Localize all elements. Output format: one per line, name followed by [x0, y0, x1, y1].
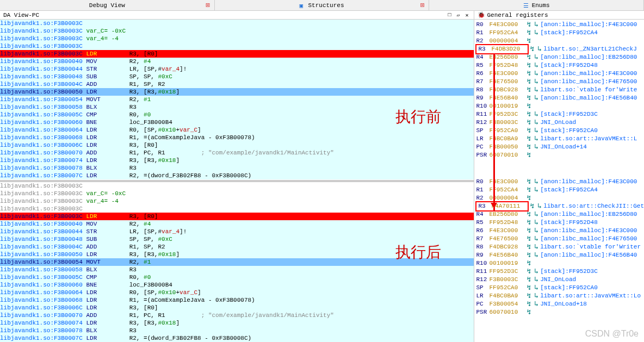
code-line[interactable]: libjavandk1.so:F3B0006C LDR R3, [R0] — [0, 304, 474, 312]
tab-debug-view[interactable]: Debug View ⊠ — [0, 0, 215, 10]
panel-title: DA View-PC — [3, 12, 39, 18]
code-line[interactable]: libjavandk1.so:F3B0003C var_4= -4 — [0, 35, 474, 42]
registers-after[interactable]: R0F4E3C000↯↳[anon:libc_malloc]:F4E3C000R… — [474, 177, 645, 318]
register-row[interactable]: R7F4E76500↯↳[anon:libc_malloc]:F4E76500 — [474, 78, 645, 86]
structures-icon: ▣ — [300, 2, 306, 9]
registers-header: 🐞 General registers — [474, 11, 645, 20]
code-line[interactable]: libjavandk1.so:F3B0003C var_C= -0xC — [0, 27, 474, 35]
code-line[interactable]: libjavandk1.so:F3B00040 MOV R2, #4 — [0, 58, 474, 65]
registers-title: General registers — [487, 12, 548, 18]
code-line[interactable]: libjavandk1.so:F3B00044 STR LR, [SP,#var… — [0, 65, 474, 73]
register-row[interactable]: R11FF952D3C↯↳[stack]:FF952D3C — [474, 110, 645, 119]
register-row[interactable]: R12F3B0003C↯↳JNI_OnLoad — [474, 119, 645, 127]
code-line[interactable]: libjavandk1.so:F3B00068 LDR R1, =(aComEx… — [0, 296, 474, 304]
register-row[interactable]: R9F4E56B40↯↳[anon:libc_malloc]:F4E56B40 — [474, 251, 645, 259]
code-line[interactable]: libjavandk1.so:F3B00070 ADD R1, PC, R1 ;… — [0, 149, 474, 157]
code-line[interactable]: libjavandk1.so:F3B00050 LDR R3, [R3,#0x1… — [0, 88, 474, 96]
register-row[interactable]: R1FF952CA4↯↳[stack]:FF952CA4 — [474, 186, 645, 194]
annotation-after: 执行后 — [395, 242, 441, 263]
register-row[interactable]: R1000100019↯ — [474, 102, 645, 110]
code-line[interactable]: libjavandk1.so:F3B00064 LDR R0, [SP,#0x1… — [0, 126, 474, 134]
code-line[interactable]: libjavandk1.so:F3B0003C LDR R3, [R0] — [0, 213, 474, 220]
tab-label: Enums — [532, 2, 550, 9]
register-row[interactable]: SPFF952CA0↯↳[stack]:FF952CA0 — [474, 127, 645, 135]
annotation-before: 执行前 — [395, 107, 441, 127]
close-icon[interactable]: ⊠ — [420, 1, 424, 9]
register-row[interactable]: R5FF952D48↯↳[stack]:FF952D48 — [474, 61, 645, 70]
code-view-before[interactable]: 执行前 libjavandk1.so:F3B0003Clibjavandk1.s… — [0, 20, 474, 180]
register-row[interactable]: R9F4E56B40↯↳[anon:libc_malloc]:F4E56B40 — [474, 94, 645, 102]
code-line[interactable]: libjavandk1.so:F3B0003C — [0, 205, 474, 213]
register-row[interactable]: R3F4DB3D20↯↳libart.so:_ZN3artL21CheckJ — [474, 45, 645, 53]
register-row[interactable]: R6F4E3C000↯↳[anon:libc_malloc]:F4E3C000 — [474, 227, 645, 235]
register-row[interactable]: LRF4BC0BA9↯↳libart.so:art::JavaVMExt::L — [474, 135, 645, 143]
tab-label: Structures — [308, 2, 344, 9]
panel-header: DA View-PC □ ▱ ✕ — [0, 11, 474, 20]
code-line[interactable]: libjavandk1.so:F3B00074 LDR R3, [R3,#0x1… — [0, 319, 474, 327]
tab-label: Debug View — [89, 2, 125, 9]
code-line[interactable]: libjavandk1.so:F3B00058 BLX R3 — [0, 266, 474, 273]
close-icon[interactable]: ⊠ — [206, 1, 209, 9]
code-line[interactable]: libjavandk1.so:F3B00070 ADD R1, PC, R1 ;… — [0, 312, 474, 319]
register-row[interactable]: R1000100019↯ — [474, 259, 645, 268]
register-row[interactable]: SPFF952CA0↯↳[stack]:FF952CA0 — [474, 284, 645, 292]
register-row[interactable]: R4EB256D80↯↳[anon:libc_malloc]:EB256D80 — [474, 53, 645, 61]
code-line[interactable]: libjavandk1.so:F3B0005C CMP R0, #0 — [0, 273, 474, 281]
code-line[interactable]: libjavandk1.so:F3B00074 LDR R3, [R3,#0x1… — [0, 157, 474, 164]
top-tabs: Debug View ⊠ ▣ Structures ⊠ ☰ Enums — [0, 0, 644, 11]
register-row[interactable]: R8F4DBC928↯↳libart.so:`vtable for'Writer — [474, 243, 645, 251]
register-row[interactable]: R12F3B0003C↯↳JNI_OnLoad — [474, 276, 645, 284]
register-row[interactable]: R1FF952CA4↯↳[stack]:FF952CA4 — [474, 29, 645, 37]
register-row[interactable]: R7F4E76500↯↳[anon:libc_malloc]:F4E76500 — [474, 235, 645, 243]
code-line[interactable]: libjavandk1.so:F3B0003C — [0, 42, 474, 50]
code-line[interactable]: libjavandk1.so:F3B0003C LDR R3, [R0] — [0, 50, 474, 58]
code-line[interactable]: libjavandk1.so:F3B00040 MOV R2, #4 — [0, 220, 474, 228]
restore-icon[interactable]: ▱ — [455, 12, 462, 18]
code-line[interactable]: libjavandk1.so:F3B00068 LDR R1, =(aComEx… — [0, 134, 474, 141]
register-row[interactable]: R0F4E3C000↯↳[anon:libc_malloc]:F4E3C000 — [474, 21, 645, 29]
arrow-annotation — [493, 54, 495, 211]
code-line[interactable]: libjavandk1.so:F3B00064 LDR R0, [SP,#0x1… — [0, 289, 474, 296]
minimize-icon[interactable]: □ — [447, 12, 453, 18]
register-row[interactable]: R5FF952D48↯↳[stack]:FF952D48 — [474, 219, 645, 227]
code-line[interactable]: libjavandk1.so:F3B0003C — [0, 20, 474, 27]
registers-panel: 🐞 General registers R0F4E3C000↯↳[anon:li… — [474, 11, 645, 342]
watermark: CSDN @Tr0e — [585, 329, 639, 339]
register-row[interactable]: LRF4BC0BA9↯↳libart.so:art::JavaVMExt::Lo — [474, 292, 645, 300]
code-line[interactable]: libjavandk1.so:F3B00078 BLX R3 — [0, 164, 474, 172]
register-row[interactable]: PSR60070010↯ — [474, 151, 645, 159]
code-view-after[interactable]: 执行后 libjavandk1.so:F3B0003Clibjavandk1.s… — [0, 182, 474, 343]
code-line[interactable]: libjavandk1.so:F3B00048 SUB SP, SP, #0xC — [0, 73, 474, 80]
code-line[interactable]: libjavandk1.so:F3B0003C var_C= -0xC — [0, 190, 474, 197]
enums-icon: ☰ — [523, 2, 530, 9]
code-line[interactable]: libjavandk1.so:F3B00054 MOVT R2, #1 — [0, 96, 474, 103]
registers-before[interactable]: R0F4E3C000↯↳[anon:libc_malloc]:F4E3C000R… — [474, 20, 645, 160]
bug-icon: 🐞 — [478, 11, 485, 18]
tab-structures[interactable]: ▣ Structures ⊠ — [215, 0, 430, 10]
code-line[interactable]: libjavandk1.so:F3B0007C LDR R2, =(dword_… — [0, 172, 474, 179]
code-line[interactable]: libjavandk1.so:F3B0003C var_4= -4 — [0, 197, 474, 205]
code-line[interactable]: libjavandk1.so:F3B0003C — [0, 182, 474, 190]
register-row[interactable]: R3F4A70111↯↳libart.so:art::CheckJII::Get — [474, 202, 645, 210]
code-line[interactable]: libjavandk1.so:F3B0004C ADD R1, SP, R2 — [0, 80, 474, 88]
register-row[interactable]: R6F4E3C000↯↳[anon:libc_malloc]:F4E3C000 — [474, 70, 645, 78]
register-row[interactable]: PSR60070010↯ — [474, 308, 645, 316]
tab-enums[interactable]: ☰ Enums — [429, 0, 644, 10]
code-line[interactable]: libjavandk1.so:F3B0007C LDR R2, =(dword_… — [0, 334, 474, 342]
register-row[interactable]: R8F4DBC928↯↳libart.so:`vtable for'Write — [474, 86, 645, 94]
code-line[interactable]: libjavandk1.so:F3B0006C LDR R3, [R0] — [0, 141, 474, 149]
register-row[interactable]: PCF3B00054↯↳JNI_OnLoad+18 — [474, 300, 645, 308]
register-row[interactable]: R0F4E3C000↯↳[anon:libc_malloc]:F4E3C000 — [474, 178, 645, 186]
code-line[interactable]: libjavandk1.so:F3B00078 BLX R3 — [0, 327, 474, 334]
code-line[interactable]: libjavandk1.so:F3B00044 STR LR, [SP,#var… — [0, 228, 474, 235]
register-row[interactable]: PCF3B00050↯↳JNI_OnLoad+14 — [474, 143, 645, 151]
disassembly-panel: DA View-PC □ ▱ ✕ 执行前 libjavandk1.so:F3B0… — [0, 11, 474, 342]
register-row[interactable]: R4EB256D80↯↳[anon:libc_malloc]:EB256D80 — [474, 210, 645, 219]
register-row[interactable]: R11FF952D3C↯↳[stack]:FF952D3C — [474, 268, 645, 276]
code-line[interactable]: libjavandk1.so:F3B00060 BNE loc_F3B000B4 — [0, 281, 474, 289]
close-icon[interactable]: ✕ — [464, 12, 470, 18]
